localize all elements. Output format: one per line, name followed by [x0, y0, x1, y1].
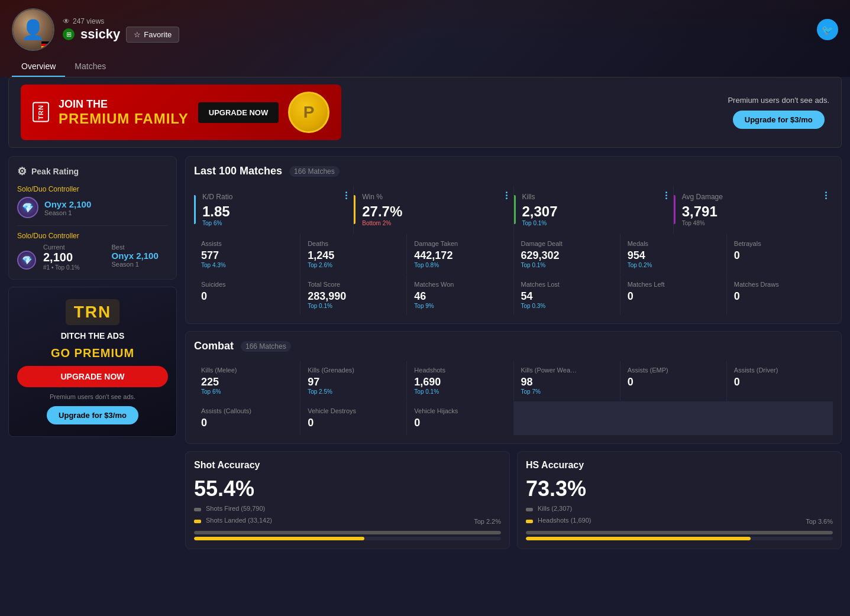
win-menu[interactable] — [506, 192, 508, 199]
assists-driver-stat: Assists (Driver) 0 — [727, 361, 833, 401]
kd-menu[interactable] — [345, 192, 347, 199]
kills-menu[interactable] — [665, 192, 667, 199]
best-label: Best — [112, 244, 169, 251]
promo-upgrade-button[interactable]: UPGRADE NOW — [17, 366, 168, 387]
matches-left-stat: Matches Left 0 — [620, 275, 726, 315]
hs-accuracy-title: HS Accuracy — [526, 460, 833, 471]
nav-tabs: Overview Matches — [0, 51, 850, 77]
hs-bar-bg — [526, 537, 833, 540]
win-value: 27.7% — [362, 203, 505, 220]
main-container: ⚙ Peak Rating Solo/Duo Controller 💎 Onyx… — [0, 148, 850, 557]
upgrade-sidebar-button[interactable]: Upgrade for $3/mo — [47, 406, 138, 424]
content-area: Last 100 Matches 166 Matches K/D Ratio 1… — [185, 156, 842, 549]
kills-bar-fill — [526, 531, 833, 534]
peak-rating-card: ⚙ Peak Rating Solo/Duo Controller 💎 Onyx… — [8, 156, 177, 280]
avg-damage-top: Top 48% — [682, 220, 825, 226]
shot-accuracy-top: Top 2.2% — [474, 518, 501, 525]
promo-card: TRN DITCH THE ADS GO PREMIUM UPGRADE NOW… — [8, 287, 177, 437]
rank-value: 2,100 — [69, 199, 92, 209]
hs-accuracy-bars — [526, 531, 833, 540]
shot-accuracy-title: Shot Accuracy — [194, 460, 501, 471]
divider — [17, 225, 168, 226]
current-info: Current 2,100 #1 • Top 0.1% — [43, 244, 100, 271]
matches-won-stat: Matches Won 46 Top 9% — [407, 275, 513, 315]
matches-lost-stat: Matches Lost 54 Top 0.3% — [514, 275, 620, 315]
shots-landed-row: Shots Landed (33,142) Top 2.2% — [194, 517, 501, 526]
favorite-label: Favorite — [144, 30, 172, 39]
kills-label: Kills — [522, 193, 665, 201]
best-value: Onyx 2,100 — [112, 251, 169, 261]
big-stats-row: K/D Ratio 1.85 Top 6% Win % 27.7% Bottom… — [194, 186, 833, 234]
rank-season: Season 1 — [44, 209, 168, 216]
ad-text: JOIN THE PREMIUM FAMILY — [59, 98, 189, 127]
kills-card: Kills 2,307 Top 0.1% — [514, 186, 673, 234]
current-sub: #1 • Top 0.1% — [43, 264, 100, 271]
favorite-button[interactable]: ☆ Favorite — [126, 27, 179, 43]
tab-overview[interactable]: Overview — [12, 57, 65, 77]
last100-title: Last 100 Matches — [194, 165, 282, 177]
views-line: 👁 247 views — [63, 17, 179, 25]
damage-left-bar — [674, 195, 676, 224]
upgrade-small-button[interactable]: Upgrade for $3/mo — [733, 111, 825, 129]
headshots-row: Headshots (1,690) Top 3.6% — [526, 517, 833, 526]
last100-header: Last 100 Matches 166 Matches — [194, 165, 833, 177]
section2-label: Solo/Duo Controller — [17, 232, 168, 240]
combat-title: Combat — [194, 340, 234, 352]
kills-grenades-stat: Kills (Grenades) 97 Top 2.5% — [300, 361, 406, 401]
small-stats-row2: Suicides 0 Total Score 283,990 Top 0.1% … — [194, 275, 833, 315]
promo-text2: GO PREMIUM — [51, 346, 134, 360]
fired-bar-fill — [194, 531, 501, 534]
avg-damage-card: Avg Damage 3,791 Top 48% — [674, 186, 833, 234]
kills-top: Top 0.1% — [522, 220, 665, 226]
tab-matches[interactable]: Matches — [65, 57, 115, 77]
vehicle-hijacks-stat: Vehicle Hijacks 0 — [407, 401, 513, 435]
views-count: 247 views — [73, 17, 104, 25]
rank-name: Onyx 2,100 — [44, 199, 168, 209]
assists-callouts-stat: Assists (Callouts) 0 — [194, 401, 300, 435]
best-season: Season 1 — [112, 261, 169, 268]
win-top: Bottom 2% — [362, 220, 505, 226]
shots-fired-label: Shots Fired (59,790) — [206, 505, 265, 512]
card-title: ⚙ Peak Rating — [17, 165, 168, 178]
headshots-dot — [526, 520, 533, 523]
ad-right: Premium users don't see ads. Upgrade for… — [728, 96, 829, 129]
combat-header: Combat 166 Matches — [194, 340, 833, 352]
solo-duo-label: Solo/Duo Controller — [17, 185, 168, 193]
combat-row2: Assists (Callouts) 0 Vehicle Destroys 0 … — [194, 401, 833, 435]
star-icon: ☆ — [134, 30, 141, 39]
peak-icon: ⚙ — [17, 165, 27, 178]
avatar: 👤 — [12, 8, 54, 51]
avg-damage-label: Avg Damage — [682, 193, 825, 201]
username-line: ⊞ ssicky ☆ Favorite — [63, 27, 179, 43]
ad-no-ads-text: Premium users don't see ads. — [728, 96, 829, 105]
header-content: 👤 👁 247 views ⊞ ssicky ☆ Favorite 🐦 — [0, 0, 850, 51]
last100-badge: 166 Matches — [289, 166, 340, 177]
kd-ratio-card: K/D Ratio 1.85 Top 6% — [194, 186, 353, 234]
win-label: Win % — [362, 193, 505, 201]
kills-melee-stat: Kills (Melee) 225 Top 6% — [194, 361, 300, 401]
headshots-stat: Headshots 1,690 Top 0.1% — [407, 361, 513, 401]
kd-label: K/D Ratio — [202, 193, 345, 201]
ad-banner: TRN JOIN THE PREMIUM FAMILY UPGRADE NOW … — [8, 77, 842, 148]
current-value: 2,100 — [43, 251, 100, 264]
username: ssicky — [80, 27, 120, 42]
current-best: 💎 Current 2,100 #1 • Top 0.1% Best Onyx … — [17, 244, 168, 271]
ad-premium-text: PREMIUM FAMILY — [59, 111, 189, 127]
twitter-icon: 🐦 — [822, 24, 833, 35]
ad-upgrade-button[interactable]: UPGRADE NOW — [198, 102, 279, 123]
best-info: Best Onyx 2,100 Season 1 — [112, 244, 169, 271]
kd-left-bar — [194, 195, 196, 224]
twitter-button[interactable]: 🐦 — [817, 19, 838, 40]
xbox-icon: ⊞ — [63, 28, 75, 40]
avg-damage-menu[interactable] — [825, 192, 827, 199]
kills-row: Kills (2,307) — [526, 505, 833, 514]
kills-value: 2,307 — [522, 203, 665, 220]
shots-landed-dot — [194, 520, 201, 523]
shot-accuracy-bars — [194, 531, 501, 540]
avg-damage-value: 3,791 — [682, 203, 825, 220]
damage-taken-stat: Damage Taken 442,172 Top 0.8% — [407, 234, 513, 274]
header: 👤 👁 247 views ⊞ ssicky ☆ Favorite 🐦 Over… — [0, 0, 850, 77]
kills-power-stat: Kills (Power Wea… 98 Top 7% — [514, 361, 620, 401]
ad-visual: TRN JOIN THE PREMIUM FAMILY UPGRADE NOW … — [21, 85, 341, 140]
total-score-stat: Total Score 283,990 Top 0.1% — [300, 275, 406, 315]
